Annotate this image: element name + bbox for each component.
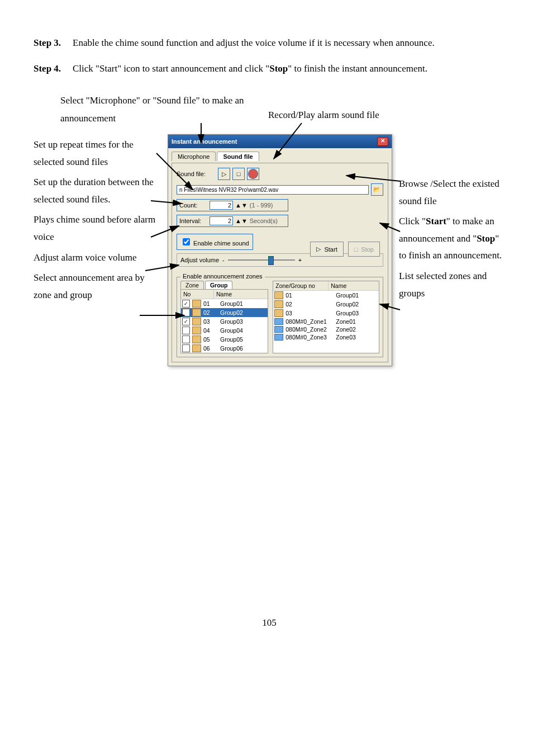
- step-4-label: Step 4.: [34, 59, 73, 78]
- sound-file-path[interactable]: n Files\Witness NVR32 Pro\warn02.wav: [177, 185, 369, 195]
- instant-announcement-dialog: Instant announcement ✕ Microphone Sound …: [168, 134, 392, 366]
- tab-group[interactable]: Group: [205, 281, 233, 289]
- row-name: Zone03: [336, 334, 356, 341]
- group-name: Group03: [220, 318, 243, 325]
- chime-checkbox[interactable]: [183, 238, 190, 245]
- callout-duration: Set up the duration between the selected…: [34, 174, 162, 208]
- count-row: Count: 2 ▲▼ (1 - 999): [177, 199, 288, 211]
- callout-volume: Adjust alarm voice volume: [34, 249, 162, 267]
- step-3-label: Step 3.: [34, 34, 73, 53]
- row-id: 01: [285, 292, 336, 299]
- stop-square-icon: □: [354, 246, 358, 253]
- group-no: 06: [203, 345, 220, 352]
- selected-row[interactable]: 02Group02: [273, 300, 379, 309]
- step-3: Step 3. Enable the chime sound function …: [34, 34, 505, 53]
- checkbox-icon[interactable]: ✓: [182, 309, 190, 316]
- callout-listed: List selected zones and groups: [399, 268, 505, 302]
- group-list[interactable]: No Name ✓01Group01✓02Group02✓03Group0304…: [180, 289, 268, 353]
- start-button[interactable]: ▷ Start: [310, 242, 343, 257]
- sound-file-label: Sound file:: [177, 171, 216, 177]
- volume-max: +: [298, 257, 302, 263]
- close-icon[interactable]: ✕: [377, 137, 388, 146]
- group-row[interactable]: 04Group04: [181, 326, 268, 335]
- checkbox-icon[interactable]: ✓: [182, 300, 190, 308]
- group-row[interactable]: ✓02Group02: [181, 308, 268, 317]
- selected-row[interactable]: 080M#0_Zone2Zone02: [273, 325, 379, 333]
- count-hint: (1 - 999): [250, 202, 273, 209]
- interval-label: Interval:: [179, 218, 207, 224]
- start-label: Start: [324, 246, 337, 253]
- selected-list[interactable]: Zone/Group no Name 01Group0102Group0203G…: [273, 281, 379, 353]
- selected-row[interactable]: 080M#0_Zone1Zone01: [273, 318, 379, 325]
- slider-track: [228, 259, 295, 261]
- group-row[interactable]: 05Group05: [181, 335, 268, 344]
- group-no: 03: [203, 318, 220, 325]
- group-no: 05: [203, 336, 220, 343]
- count-label: Count:: [179, 202, 207, 209]
- right-callouts: Browse /Select the existed sound file Cl…: [399, 176, 505, 305]
- record-icon[interactable]: [247, 168, 259, 180]
- group-name: Group05: [220, 336, 243, 343]
- step-4-body: Click "Start" icon to start announcement…: [73, 59, 505, 78]
- group-no: 04: [203, 327, 220, 334]
- group-row[interactable]: ✓01Group01: [181, 299, 268, 308]
- group-icon: [192, 336, 201, 343]
- step-4-stop: Stop: [269, 63, 288, 74]
- step-3-body: Enable the chime sound function and adju…: [73, 34, 505, 53]
- stop-button[interactable]: □ Stop: [348, 242, 380, 257]
- group-icon: [192, 344, 201, 352]
- col-name: Name: [214, 290, 268, 299]
- interval-input[interactable]: 2: [210, 216, 233, 225]
- page-number: 105: [34, 617, 505, 629]
- callout-browse: Browse /Select the existed sound file: [399, 176, 505, 210]
- group-name: Group04: [220, 327, 243, 334]
- checkbox-icon[interactable]: [182, 344, 190, 352]
- step-4: Step 4. Click "Start" icon to start anno…: [34, 59, 505, 78]
- group-icon: [192, 327, 201, 334]
- stop-label: Stop: [361, 246, 374, 253]
- group-name: Group02: [220, 309, 243, 316]
- slider-thumb-icon[interactable]: [268, 256, 274, 265]
- group-row[interactable]: ✓03Group03: [181, 317, 268, 326]
- start-stop-buttons: ▷ Start □ Stop: [310, 242, 380, 257]
- group-icon: [274, 291, 283, 299]
- interval-spinner-icon[interactable]: ▲▼: [235, 218, 248, 224]
- row-name: Group02: [336, 301, 359, 308]
- row-name: Zone02: [336, 326, 356, 333]
- group-list-header: No Name: [181, 290, 268, 299]
- zones-fieldset: Enable announcement zones Zone Group No …: [177, 277, 383, 357]
- chime-label: Enable chime sound: [193, 240, 249, 247]
- left-callouts: Set up repeat times for the selected sou…: [34, 92, 162, 307]
- play-icon[interactable]: ▷: [218, 168, 230, 180]
- count-input[interactable]: 2: [210, 201, 233, 210]
- path-row: n Files\Witness NVR32 Pro\warn02.wav 📂: [177, 183, 383, 196]
- group-name: Group01: [220, 300, 243, 307]
- tab-sound-file[interactable]: Sound file: [217, 152, 259, 161]
- tab-microphone[interactable]: Microphone: [172, 152, 216, 161]
- volume-min: -: [222, 257, 225, 263]
- selected-row[interactable]: 03Group03: [273, 309, 379, 318]
- selected-row[interactable]: 080M#0_Zone3Zone03: [273, 333, 379, 341]
- group-icon: [192, 318, 201, 325]
- row-name: Zone01: [336, 318, 356, 325]
- selected-row[interactable]: 01Group01: [273, 291, 379, 300]
- browse-icon[interactable]: 📂: [371, 183, 383, 196]
- volume-slider[interactable]: [228, 256, 295, 264]
- group-row[interactable]: 06Group06: [181, 344, 268, 353]
- group-name: Group06: [220, 345, 243, 352]
- checkbox-icon[interactable]: [182, 336, 190, 343]
- steps-block: Step 3. Enable the chime sound function …: [34, 34, 505, 78]
- row-name: Group01: [336, 292, 359, 299]
- col-zonegroup-name: Name: [329, 281, 379, 290]
- checkbox-icon[interactable]: ✓: [182, 318, 190, 325]
- checkbox-icon[interactable]: [182, 327, 190, 334]
- count-spinner-icon[interactable]: ▲▼: [235, 202, 248, 209]
- tab-zone[interactable]: Zone: [180, 281, 204, 289]
- dialog-titlebar[interactable]: Instant announcement ✕: [168, 135, 392, 148]
- stop-icon[interactable]: □: [232, 168, 245, 180]
- interval-row: Interval: 2 ▲▼ Second(s): [177, 215, 288, 227]
- group-icon: [274, 309, 283, 317]
- sound-file-page: Sound file: ▷ □ n Files\Witness NVR32 Pr…: [172, 163, 388, 362]
- interval-unit: Second(s): [250, 218, 278, 224]
- row-name: Group03: [336, 310, 359, 316]
